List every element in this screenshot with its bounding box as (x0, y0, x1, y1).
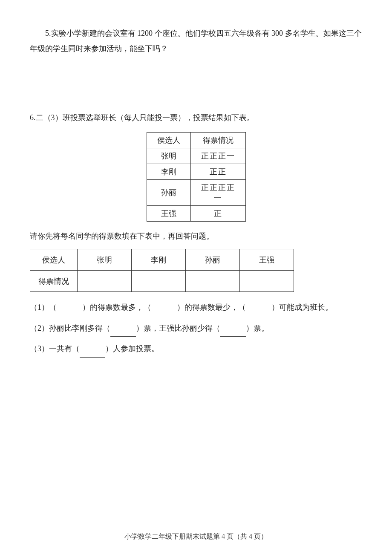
answer-space-5 (30, 63, 362, 97)
fill-header-wangqiang: 王强 (240, 249, 294, 271)
fill-cell-zhangming[interactable] (78, 271, 132, 292)
sub-question-3: （3）一共有（ ）人参加投票。 (30, 340, 362, 358)
blank-leader[interactable] (246, 299, 271, 316)
blank-wangqiang-less[interactable] (220, 320, 246, 337)
header-candidate: 侯选人 (147, 133, 190, 148)
table-row: 张明 正正正一 (147, 148, 245, 164)
tally-zhangming: 正正正一 (190, 148, 245, 164)
table-row: 孙丽 正正正正一 (147, 180, 245, 206)
candidate-wangqiang: 王强 (147, 206, 190, 222)
fill-cell-sunli[interactable] (186, 271, 240, 292)
tally-ligang: 正正 (190, 164, 245, 180)
candidate-zhangming: 张明 (147, 148, 190, 164)
header-tally: 得票情况 (190, 133, 245, 148)
fill-header-ligang: 李刚 (132, 249, 186, 271)
vote-result-table: 侯选人 得票情况 张明 正正正一 李刚 正正 孙丽 正正正正一 王强 正 (147, 132, 246, 222)
fill-label-tally: 得票情况 (30, 271, 78, 292)
candidate-ligang: 李刚 (147, 164, 190, 180)
question-6-intro: 6.二（3）班投票选举班长（每人只能投一票），投票结果如下表。 (30, 110, 362, 125)
sub-question-2: （2）孙丽比李刚多得（ ）票，王强比孙丽少得（ ）票。 (30, 320, 362, 337)
candidate-sunli: 孙丽 (147, 180, 190, 206)
fill-header-candidate: 侯选人 (30, 249, 78, 271)
blank-least[interactable] (151, 299, 177, 316)
page-footer: 小学数学二年级下册期末试题第 4 页（共 4 页） (0, 532, 392, 541)
blank-sunli-more[interactable] (110, 320, 136, 337)
fill-header-sunli: 孙丽 (186, 249, 240, 271)
tally-wangqiang: 正 (190, 206, 245, 222)
fill-header-zhangming: 张明 (78, 249, 132, 271)
table-row: 王强 正 (147, 206, 245, 222)
table-row: 侯选人 得票情况 (147, 133, 245, 148)
blank-total-voters[interactable] (80, 340, 105, 358)
footer-text: 小学数学二年级下册期末试题第 4 页（共 4 页） (124, 533, 268, 540)
fill-instruction: 请你先将每名同学的得票数填在下表中，再回答问题。 (30, 228, 362, 244)
fill-in-table: 侯选人 张明 李刚 孙丽 王强 得票情况 (30, 249, 294, 292)
question-5-text: 5.实验小学新建的会议室有 1200 个座位。他们学校四五六年级各有 300 多… (30, 26, 362, 56)
fill-cell-ligang[interactable] (132, 271, 186, 292)
fill-cell-wangqiang[interactable] (240, 271, 294, 292)
tally-sunli: 正正正正一 (190, 180, 245, 206)
question-6: 6.二（3）班投票选举班长（每人只能投一票），投票结果如下表。 侯选人 得票情况… (30, 110, 362, 358)
sub-question-1: （1）（ ）的得票数最多，（ ）的得票数最少，（ ）可能成为班长。 (30, 299, 362, 316)
blank-most[interactable] (57, 299, 82, 316)
fill-header-row: 侯选人 张明 李刚 孙丽 王强 (30, 249, 294, 271)
table-row: 李刚 正正 (147, 164, 245, 180)
question-5: 5.实验小学新建的会议室有 1200 个座位。他们学校四五六年级各有 300 多… (30, 26, 362, 97)
fill-data-row: 得票情况 (30, 271, 294, 292)
sub-questions: （1）（ ）的得票数最多，（ ）的得票数最少，（ ）可能成为班长。 （2）孙丽比… (30, 299, 362, 358)
